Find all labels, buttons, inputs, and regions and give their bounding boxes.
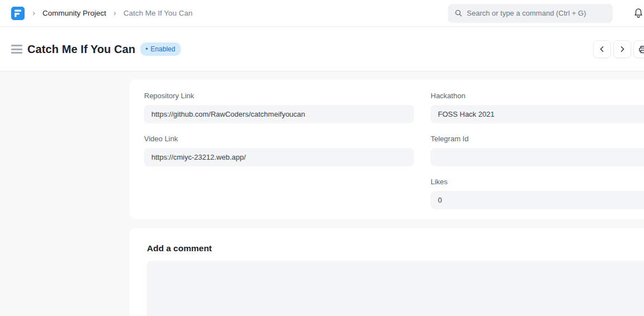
video-link-input[interactable] (144, 148, 414, 166)
form-column-left: Repository Link Video Link (144, 92, 414, 221)
chevron-right-icon (618, 45, 627, 54)
likes-label: Likes (431, 178, 644, 186)
previous-document-button[interactable] (593, 40, 611, 58)
frappe-f-glyph (11, 7, 25, 20)
next-document-button[interactable] (613, 40, 631, 58)
menu-icon (11, 45, 22, 46)
hackathon-input[interactable] (431, 105, 644, 123)
hackathon-label: Hackathon (431, 92, 644, 100)
search-icon (455, 9, 462, 17)
telegram-id-input[interactable] (431, 148, 644, 166)
repository-link-input[interactable] (144, 105, 414, 123)
breadcrumb-community-project[interactable]: Community Project (42, 9, 106, 17)
bell-icon (633, 8, 643, 18)
chevron-left-icon (598, 45, 607, 54)
global-search[interactable] (448, 4, 613, 23)
field-hackathon: Hackathon (431, 92, 644, 123)
chevron-right-icon: › (113, 8, 116, 17)
repository-link-label: Repository Link (144, 92, 414, 100)
navbar: › Community Project › Catch Me If You Ca… (0, 0, 644, 27)
field-telegram-id: Telegram Id (431, 135, 644, 166)
breadcrumb-current-doc[interactable]: Catch Me If You Can (123, 9, 193, 17)
video-link-label: Video Link (144, 135, 414, 143)
status-label: Enabled (151, 46, 175, 52)
likes-input[interactable] (431, 191, 644, 209)
sidebar-toggle-button[interactable] (11, 45, 22, 54)
comment-section-card: Add a comment (130, 228, 644, 316)
notifications-button[interactable] (633, 8, 644, 19)
status-badge: • Enabled (140, 42, 180, 56)
page-header: Catch Me If You Can • Enabled (0, 27, 644, 71)
print-button[interactable] (633, 40, 644, 58)
menu-icon (11, 49, 22, 50)
page-title: Catch Me If You Can (27, 43, 135, 56)
header-actions (593, 40, 644, 58)
telegram-id-label: Telegram Id (431, 135, 644, 143)
comment-input[interactable] (147, 261, 644, 316)
breadcrumb: › Community Project › Catch Me If You Ca… (32, 9, 193, 17)
menu-icon (11, 52, 22, 54)
chevron-right-icon: › (32, 8, 35, 17)
search-input[interactable] (467, 9, 606, 17)
add-comment-heading: Add a comment (147, 243, 644, 253)
field-likes: Likes (431, 178, 644, 209)
printer-icon (638, 45, 644, 54)
field-repository-link: Repository Link (144, 92, 414, 123)
frappe-logo-icon[interactable] (11, 7, 25, 20)
form-grid: Repository Link Video Link Hackathon Tel… (144, 92, 644, 221)
form-column-right: Hackathon Telegram Id Likes (431, 92, 644, 221)
field-video-link: Video Link (144, 135, 414, 166)
document-form-card: Repository Link Video Link Hackathon Tel… (130, 79, 644, 219)
